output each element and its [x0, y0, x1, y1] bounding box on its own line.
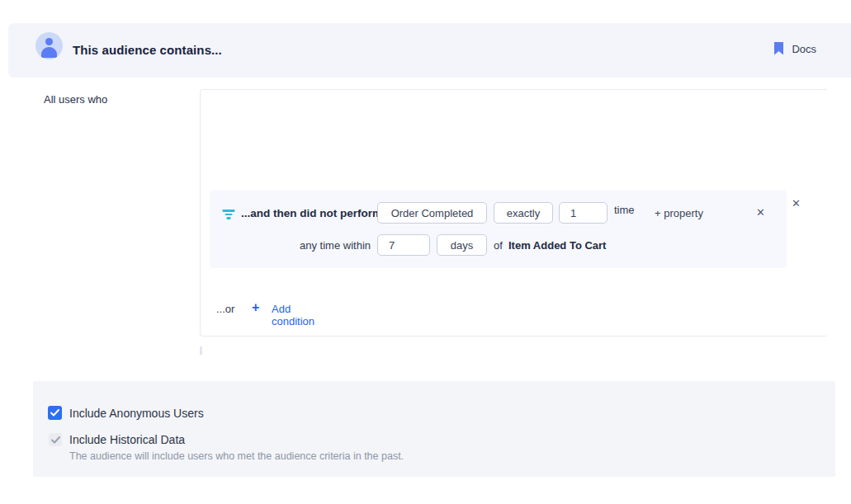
sub-add-property-button[interactable]: + property [655, 207, 703, 219]
audience-header: This audience contains... Docs [8, 23, 851, 78]
docs-label: Docs [792, 43, 816, 55]
remove-subcondition-icon[interactable]: ✕ [756, 207, 765, 218]
anonymous-users-label: Include Anonymous Users [69, 407, 204, 420]
anonymous-users-checkbox[interactable] [48, 406, 62, 420]
subcondition-card: ...and then did not perform Order Comple… [210, 191, 787, 268]
docs-link[interactable]: Docs [773, 42, 816, 55]
historical-data-description: The audience will include users who met … [69, 450, 404, 462]
reference-event-label: Item Added To Cart [508, 239, 606, 252]
check-icon [50, 409, 59, 417]
options-panel: Include Anonymous Users Include Historic… [33, 381, 835, 477]
bookmark-icon [773, 42, 784, 55]
sub-operator-select[interactable]: exactly [494, 202, 553, 224]
all-users-who-label: All users who [44, 93, 107, 106]
next-group-tick [200, 346, 202, 355]
historical-data-checkbox[interactable] [49, 433, 62, 446]
page-title: This audience contains... [73, 43, 222, 57]
plus-icon: + [252, 300, 259, 315]
sub-time-label: time [614, 204, 635, 216]
or-label: ...or [216, 303, 234, 315]
remove-condition-icon[interactable]: ✕ [792, 198, 801, 209]
condition-card: ...performed Item Added To Cart at least… [200, 89, 827, 337]
sub-window-unit-select[interactable]: days [437, 234, 487, 256]
of-label: of [494, 239, 503, 252]
sub-event-select[interactable]: Order Completed [377, 202, 487, 224]
historical-data-label: Include Historical Data [69, 433, 185, 446]
user-avatar-icon [35, 32, 63, 59]
sub-window-value-input[interactable] [377, 234, 430, 256]
add-condition-button[interactable]: Add condition [272, 303, 314, 327]
sequence-filter-icon [222, 210, 235, 219]
sub-any-time-within-label: any time within [210, 239, 371, 252]
check-icon [51, 436, 60, 444]
subcondition-label: ...and then did not perform [241, 207, 382, 219]
sub-count-input[interactable] [559, 202, 608, 224]
